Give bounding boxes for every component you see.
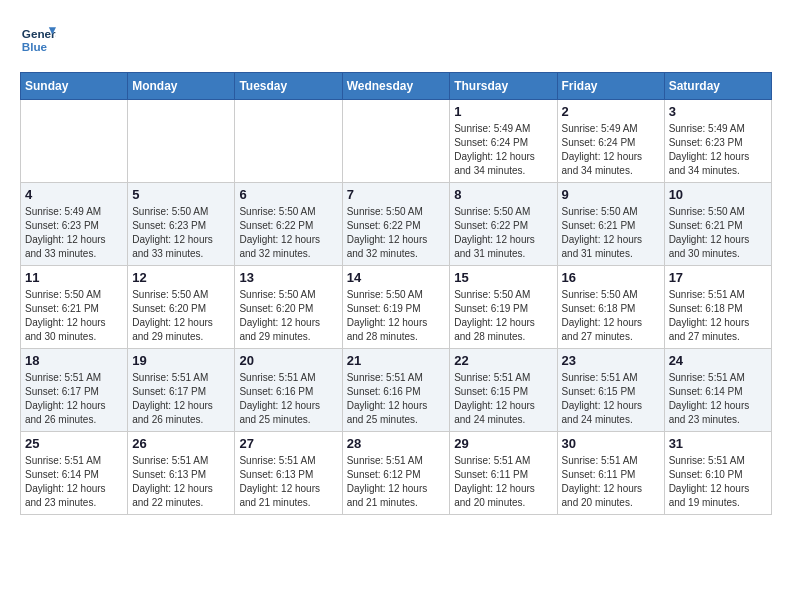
- day-number: 28: [347, 436, 446, 451]
- day-info: Sunrise: 5:50 AM Sunset: 6:21 PM Dayligh…: [669, 205, 767, 261]
- calendar-cell: 25Sunrise: 5:51 AM Sunset: 6:14 PM Dayli…: [21, 432, 128, 515]
- day-info: Sunrise: 5:51 AM Sunset: 6:13 PM Dayligh…: [239, 454, 337, 510]
- calendar-cell: [21, 100, 128, 183]
- day-number: 17: [669, 270, 767, 285]
- day-info: Sunrise: 5:50 AM Sunset: 6:20 PM Dayligh…: [239, 288, 337, 344]
- day-info: Sunrise: 5:50 AM Sunset: 6:20 PM Dayligh…: [132, 288, 230, 344]
- day-info: Sunrise: 5:51 AM Sunset: 6:14 PM Dayligh…: [669, 371, 767, 427]
- day-info: Sunrise: 5:50 AM Sunset: 6:18 PM Dayligh…: [562, 288, 660, 344]
- calendar-header: SundayMondayTuesdayWednesdayThursdayFrid…: [21, 73, 772, 100]
- calendar-cell: 12Sunrise: 5:50 AM Sunset: 6:20 PM Dayli…: [128, 266, 235, 349]
- weekday-row: SundayMondayTuesdayWednesdayThursdayFrid…: [21, 73, 772, 100]
- calendar-cell: 9Sunrise: 5:50 AM Sunset: 6:21 PM Daylig…: [557, 183, 664, 266]
- calendar-week-5: 25Sunrise: 5:51 AM Sunset: 6:14 PM Dayli…: [21, 432, 772, 515]
- day-number: 5: [132, 187, 230, 202]
- day-number: 10: [669, 187, 767, 202]
- calendar-cell: 27Sunrise: 5:51 AM Sunset: 6:13 PM Dayli…: [235, 432, 342, 515]
- calendar-cell: 8Sunrise: 5:50 AM Sunset: 6:22 PM Daylig…: [450, 183, 557, 266]
- calendar-cell: 11Sunrise: 5:50 AM Sunset: 6:21 PM Dayli…: [21, 266, 128, 349]
- calendar-cell: 3Sunrise: 5:49 AM Sunset: 6:23 PM Daylig…: [664, 100, 771, 183]
- day-info: Sunrise: 5:51 AM Sunset: 6:10 PM Dayligh…: [669, 454, 767, 510]
- day-number: 24: [669, 353, 767, 368]
- calendar-cell: 15Sunrise: 5:50 AM Sunset: 6:19 PM Dayli…: [450, 266, 557, 349]
- day-number: 9: [562, 187, 660, 202]
- day-number: 6: [239, 187, 337, 202]
- day-number: 13: [239, 270, 337, 285]
- calendar-cell: 24Sunrise: 5:51 AM Sunset: 6:14 PM Dayli…: [664, 349, 771, 432]
- day-number: 23: [562, 353, 660, 368]
- day-number: 27: [239, 436, 337, 451]
- weekday-header-saturday: Saturday: [664, 73, 771, 100]
- day-info: Sunrise: 5:51 AM Sunset: 6:17 PM Dayligh…: [132, 371, 230, 427]
- weekday-header-wednesday: Wednesday: [342, 73, 450, 100]
- day-info: Sunrise: 5:50 AM Sunset: 6:19 PM Dayligh…: [454, 288, 552, 344]
- day-number: 14: [347, 270, 446, 285]
- day-info: Sunrise: 5:51 AM Sunset: 6:11 PM Dayligh…: [562, 454, 660, 510]
- day-number: 4: [25, 187, 123, 202]
- day-info: Sunrise: 5:51 AM Sunset: 6:16 PM Dayligh…: [347, 371, 446, 427]
- day-number: 22: [454, 353, 552, 368]
- calendar-cell: 23Sunrise: 5:51 AM Sunset: 6:15 PM Dayli…: [557, 349, 664, 432]
- weekday-header-sunday: Sunday: [21, 73, 128, 100]
- day-info: Sunrise: 5:50 AM Sunset: 6:22 PM Dayligh…: [347, 205, 446, 261]
- calendar-cell: [342, 100, 450, 183]
- day-number: 19: [132, 353, 230, 368]
- day-info: Sunrise: 5:51 AM Sunset: 6:15 PM Dayligh…: [454, 371, 552, 427]
- weekday-header-monday: Monday: [128, 73, 235, 100]
- day-info: Sunrise: 5:51 AM Sunset: 6:13 PM Dayligh…: [132, 454, 230, 510]
- calendar-week-4: 18Sunrise: 5:51 AM Sunset: 6:17 PM Dayli…: [21, 349, 772, 432]
- day-info: Sunrise: 5:50 AM Sunset: 6:21 PM Dayligh…: [25, 288, 123, 344]
- day-number: 25: [25, 436, 123, 451]
- day-info: Sunrise: 5:51 AM Sunset: 6:16 PM Dayligh…: [239, 371, 337, 427]
- day-info: Sunrise: 5:50 AM Sunset: 6:19 PM Dayligh…: [347, 288, 446, 344]
- calendar-cell: 29Sunrise: 5:51 AM Sunset: 6:11 PM Dayli…: [450, 432, 557, 515]
- calendar-cell: 30Sunrise: 5:51 AM Sunset: 6:11 PM Dayli…: [557, 432, 664, 515]
- logo-icon: General Blue: [20, 20, 56, 56]
- day-info: Sunrise: 5:51 AM Sunset: 6:11 PM Dayligh…: [454, 454, 552, 510]
- calendar-cell: 20Sunrise: 5:51 AM Sunset: 6:16 PM Dayli…: [235, 349, 342, 432]
- day-number: 20: [239, 353, 337, 368]
- day-number: 7: [347, 187, 446, 202]
- day-info: Sunrise: 5:49 AM Sunset: 6:23 PM Dayligh…: [669, 122, 767, 178]
- day-info: Sunrise: 5:51 AM Sunset: 6:15 PM Dayligh…: [562, 371, 660, 427]
- day-info: Sunrise: 5:50 AM Sunset: 6:22 PM Dayligh…: [239, 205, 337, 261]
- day-number: 29: [454, 436, 552, 451]
- day-number: 31: [669, 436, 767, 451]
- calendar-cell: 18Sunrise: 5:51 AM Sunset: 6:17 PM Dayli…: [21, 349, 128, 432]
- day-number: 15: [454, 270, 552, 285]
- day-info: Sunrise: 5:50 AM Sunset: 6:23 PM Dayligh…: [132, 205, 230, 261]
- calendar-cell: 26Sunrise: 5:51 AM Sunset: 6:13 PM Dayli…: [128, 432, 235, 515]
- day-info: Sunrise: 5:49 AM Sunset: 6:24 PM Dayligh…: [454, 122, 552, 178]
- logo: General Blue: [20, 20, 60, 56]
- day-number: 8: [454, 187, 552, 202]
- calendar-cell: 14Sunrise: 5:50 AM Sunset: 6:19 PM Dayli…: [342, 266, 450, 349]
- calendar-cell: 16Sunrise: 5:50 AM Sunset: 6:18 PM Dayli…: [557, 266, 664, 349]
- calendar-cell: 10Sunrise: 5:50 AM Sunset: 6:21 PM Dayli…: [664, 183, 771, 266]
- weekday-header-friday: Friday: [557, 73, 664, 100]
- day-info: Sunrise: 5:50 AM Sunset: 6:22 PM Dayligh…: [454, 205, 552, 261]
- calendar-cell: 2Sunrise: 5:49 AM Sunset: 6:24 PM Daylig…: [557, 100, 664, 183]
- calendar-cell: 19Sunrise: 5:51 AM Sunset: 6:17 PM Dayli…: [128, 349, 235, 432]
- calendar-week-2: 4Sunrise: 5:49 AM Sunset: 6:23 PM Daylig…: [21, 183, 772, 266]
- calendar-body: 1Sunrise: 5:49 AM Sunset: 6:24 PM Daylig…: [21, 100, 772, 515]
- day-info: Sunrise: 5:51 AM Sunset: 6:12 PM Dayligh…: [347, 454, 446, 510]
- day-number: 1: [454, 104, 552, 119]
- calendar-cell: [235, 100, 342, 183]
- calendar-cell: 1Sunrise: 5:49 AM Sunset: 6:24 PM Daylig…: [450, 100, 557, 183]
- calendar-cell: 13Sunrise: 5:50 AM Sunset: 6:20 PM Dayli…: [235, 266, 342, 349]
- calendar-cell: 22Sunrise: 5:51 AM Sunset: 6:15 PM Dayli…: [450, 349, 557, 432]
- day-info: Sunrise: 5:50 AM Sunset: 6:21 PM Dayligh…: [562, 205, 660, 261]
- day-number: 18: [25, 353, 123, 368]
- calendar-cell: 7Sunrise: 5:50 AM Sunset: 6:22 PM Daylig…: [342, 183, 450, 266]
- day-number: 16: [562, 270, 660, 285]
- day-info: Sunrise: 5:51 AM Sunset: 6:14 PM Dayligh…: [25, 454, 123, 510]
- calendar-cell: 4Sunrise: 5:49 AM Sunset: 6:23 PM Daylig…: [21, 183, 128, 266]
- calendar-cell: 21Sunrise: 5:51 AM Sunset: 6:16 PM Dayli…: [342, 349, 450, 432]
- day-info: Sunrise: 5:49 AM Sunset: 6:24 PM Dayligh…: [562, 122, 660, 178]
- calendar-cell: [128, 100, 235, 183]
- day-info: Sunrise: 5:49 AM Sunset: 6:23 PM Dayligh…: [25, 205, 123, 261]
- calendar-cell: 28Sunrise: 5:51 AM Sunset: 6:12 PM Dayli…: [342, 432, 450, 515]
- calendar-cell: 17Sunrise: 5:51 AM Sunset: 6:18 PM Dayli…: [664, 266, 771, 349]
- day-info: Sunrise: 5:51 AM Sunset: 6:17 PM Dayligh…: [25, 371, 123, 427]
- day-number: 3: [669, 104, 767, 119]
